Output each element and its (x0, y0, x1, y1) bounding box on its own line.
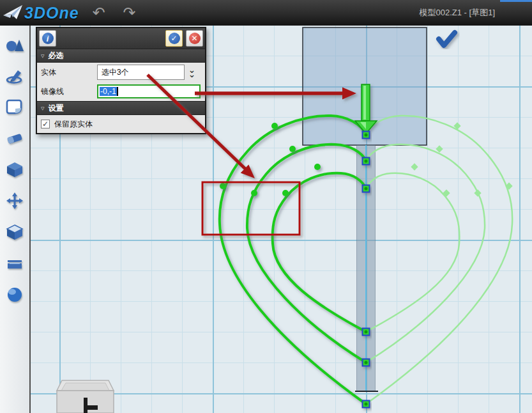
dialog-title-bar: i ✓ ✕ (37, 28, 205, 49)
required-section-label: 必选 (49, 51, 64, 61)
sketch-plane-tool-button[interactable] (4, 96, 26, 118)
paper-plane-icon (3, 3, 24, 22)
solid-tool-button[interactable] (4, 159, 26, 180)
selected-heart-curves[interactable] (220, 116, 366, 404)
mirrored-heart-curves (366, 116, 512, 404)
mirror-line-row: 镜像线 -0,-1 (37, 82, 205, 101)
redo-button[interactable]: ↷ (119, 3, 141, 22)
cube-icon (6, 161, 24, 178)
collapse-arrow-icon: ▿ (41, 104, 45, 113)
ground-plane-icon (6, 255, 24, 272)
mirror-line-value: -0,-1 (100, 87, 117, 96)
canvas-confirm-check-icon[interactable] (439, 33, 455, 45)
app-window: 3DOne ↶ ↷ 模型002.Z1 - [草图1] (0, 0, 532, 413)
view-cube-label-mark (84, 398, 87, 413)
collapse-arrow-icon: ▿ (41, 52, 45, 60)
accent-strip (500, 0, 532, 2)
primitives-icon (6, 36, 24, 52)
main-toolbar (0, 26, 31, 413)
app-name: 3DOne (24, 4, 79, 22)
app-logo: 3DOne (3, 3, 79, 22)
multi-select-chevrons-icon[interactable]: ⌄ ⌄ (188, 68, 195, 77)
mirror-dialog: i ✓ ✕ ▿ 必选 实体 选中3个 ⌄ ⌄ 镜像线 (36, 27, 206, 134)
measure-tool-button[interactable] (4, 253, 26, 274)
open-cube-icon (6, 224, 24, 240)
dialog-close-button[interactable]: ✕ (186, 30, 203, 47)
keep-original-row: ✓ 保留原实体 (37, 115, 205, 133)
dialog-info-button[interactable]: i (39, 30, 56, 47)
entity-select[interactable]: 选中3个 (97, 65, 185, 80)
required-section-header[interactable]: ▿ 必选 (37, 49, 205, 63)
material-tool-button[interactable] (4, 284, 26, 306)
eraser-tool-button[interactable] (4, 127, 26, 149)
title-bar: 3DOne ↶ ↷ 模型002.Z1 - [草图1] (0, 0, 532, 26)
move-arrows-icon (6, 192, 24, 209)
info-icon: i (42, 33, 54, 44)
mirror-line-input[interactable]: -0,-1 (97, 84, 201, 98)
entity-row: 实体 选中3个 ⌄ ⌄ (37, 63, 205, 82)
view-cube[interactable] (57, 380, 114, 413)
move-tool-button[interactable] (4, 190, 26, 212)
undo-button[interactable]: ↶ (88, 3, 110, 22)
document-title: 模型002.Z1 - [草图1] (420, 7, 495, 19)
entity-selected-value: 选中3个 (102, 67, 129, 78)
eraser-icon (6, 130, 24, 146)
dialog-ok-button[interactable]: ✓ (165, 30, 183, 47)
sketch-plane-icon (6, 98, 24, 115)
text-caret (117, 87, 118, 96)
close-icon: ✕ (189, 33, 201, 44)
mirror-line-label: 镜像线 (41, 86, 97, 97)
confirm-icon: ✓ (169, 33, 180, 44)
settings-section-header[interactable]: ▿ 设置 (37, 101, 205, 115)
sketch-pencil-icon (6, 67, 24, 84)
keep-original-checkbox[interactable]: ✓ (41, 120, 50, 129)
sketch-draw-tool-button[interactable] (4, 65, 26, 86)
primitives-tool-button[interactable] (4, 33, 26, 55)
keep-original-label: 保留原实体 (54, 119, 93, 130)
sphere-icon (6, 286, 24, 303)
view-cube-label-mark2 (87, 405, 98, 410)
settings-section-label: 设置 (49, 103, 64, 114)
entity-label: 实体 (41, 67, 97, 78)
edit-solid-tool-button[interactable] (4, 221, 26, 243)
